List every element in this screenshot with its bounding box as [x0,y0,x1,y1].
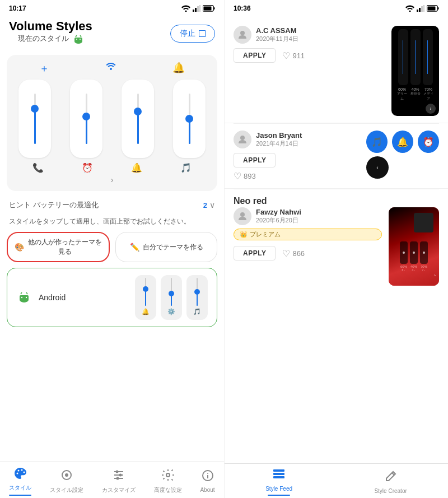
nav-label-about: About [200,487,214,493]
slider-track-2 [86,94,87,144]
neo-chevron-icon: › [434,273,436,278]
ac-assam-preview: 60% アラーム 40% 着信音 70% メディア › [391,26,439,116]
app-header: Volume Styles 現在のスタイル 停止 [0,15,224,50]
neo-red-controls: 60%6⌄ 40%4⌄ 70%7⌄ › [389,241,439,278]
neo-red-header: Fawzy Nahwi 2020年6月20日 [234,207,382,225]
jason-avatar [234,131,251,148]
hint-text: バッテリーの最適化 [33,200,201,210]
mini-thumb-3 [194,289,200,295]
svg-rect-40 [421,6,423,12]
nav-label-style: スタイル [9,484,31,492]
svg-line-13 [80,35,81,37]
info-nav-icon [201,469,214,485]
slider-thumb-2[interactable] [82,113,90,120]
mini-music-icon: 🎵 [193,308,201,315]
style-nav-icon [13,467,27,482]
stop-button[interactable]: 停止 [170,25,215,43]
crown-icon: 👑 [240,231,248,238]
battery-icon-right [427,5,439,12]
style-feed: A.C ASSAM 2020年11月4日 APPLY ♡ 911 [225,15,448,463]
slider-fill-3 [137,111,139,145]
slider-track-4 [189,94,190,144]
nav-item-style[interactable]: スタイル [4,467,36,496]
svg-point-11 [80,39,81,40]
gear-icon [161,469,175,481]
neo-red-apply-button[interactable]: APPLY [234,246,276,260]
expand-button[interactable]: › [11,173,213,187]
android-icon [72,34,85,44]
slider-track-1 [34,94,36,144]
svg-rect-48 [273,469,284,472]
dark-bar-1 [398,29,408,85]
slider-track-3 [137,94,139,144]
pencil-icon [384,471,398,483]
add-icon[interactable]: ＋ [39,62,49,75]
heart-icon-3[interactable]: ♡ [282,248,290,259]
svg-rect-50 [273,476,284,478]
svg-point-21 [17,473,18,474]
user-icon-2 [238,135,247,144]
ac-assam-likes: ♡ 911 [282,50,305,61]
neo-pct-1: 60%6⌄ [400,265,408,272]
nav-label-style-creator: Style Creator [374,488,407,494]
view-others-button[interactable]: 🎨 他の人が作ったテーマを見る [7,232,110,262]
slider-thumb-4[interactable] [185,115,193,123]
mini-slider-3: 🎵 [186,275,208,320]
svg-point-36 [207,473,208,474]
jason-header: Jason Bryant 2021年4月14日 [234,131,360,148]
left-panel: 10:17 Volume Styles 現在 [0,0,224,498]
nav-item-about[interactable]: About [195,469,219,493]
jason-preview: 🎵 🔔 ⏰ ‹ [366,131,439,179]
hint-chevron-icon[interactable]: ∨ [209,201,215,210]
svg-line-12 [76,35,77,37]
ac-assam-apply-button[interactable]: APPLY [234,48,276,63]
nav-label-customize: カスタマイズ [102,486,136,494]
nav-item-style-settings[interactable]: スタイル設定 [45,469,88,494]
bell-top-icon: 🔔 [172,62,185,75]
heart-icon[interactable]: ♡ [282,50,290,61]
neo-bar-music [420,241,428,264]
svg-rect-44 [428,7,436,11]
svg-rect-3 [197,6,199,12]
svg-rect-43 [438,7,439,10]
slider-thumb-3[interactable] [134,108,142,115]
neo-red-username: Fawzy Nahwi [256,208,301,216]
battery-icon-left [203,5,215,12]
description: スタイルをタップして適用し、画面上部でお試しください。 [0,215,224,232]
create-own-button[interactable]: ✏️ 自分でテーマを作る [115,232,217,262]
dark-bar-3 [423,29,433,85]
svg-line-20 [26,292,27,294]
circle-music: 🎵 [366,131,388,153]
user-icon-3 [238,212,247,221]
nav-item-advanced[interactable]: 高度な設定 [150,469,186,494]
slider-1[interactable] [18,80,51,158]
svg-rect-2 [195,8,197,12]
neo-red-body: Fawzy Nahwi 2020年6月20日 👑 プレミアム APPLY ♡ 8… [234,207,439,286]
neo-red-avatar [234,207,251,225]
svg-point-33 [166,473,170,477]
style-card-android[interactable]: Android 🔔 ⚙️ [7,268,217,327]
neo-bar-alarm [400,241,408,264]
heart-icon-2[interactable]: ♡ [234,171,241,181]
neo-bar-bell [410,241,418,264]
slider-4[interactable] [173,80,206,158]
status-icons-left [181,5,215,12]
create-icon: ✏️ [130,243,139,252]
nav-item-style-creator[interactable]: Style Creator [370,471,411,494]
palette-settings-icon [60,469,73,481]
sliders-icon [112,469,125,481]
mini-bell-icon: 🔔 [142,308,150,315]
volume-wifi-icon [105,62,117,72]
slider-3[interactable] [122,80,154,158]
wifi-slider-icon [105,62,117,75]
nav-label-advanced: 高度な設定 [154,486,182,494]
jason-apply-button[interactable]: APPLY [234,153,276,167]
nav-item-style-feed[interactable]: Style Feed [261,468,297,496]
app-title: Volume Styles [9,19,94,34]
slider-2[interactable] [70,80,102,158]
sliders-row [11,80,213,158]
nav-item-customize[interactable]: カスタマイズ [97,469,140,494]
slider-thumb-1[interactable] [31,105,39,113]
ac-assam-like-count: 911 [292,52,305,60]
bottom-nav-left: スタイル スタイル設定 [0,462,224,498]
